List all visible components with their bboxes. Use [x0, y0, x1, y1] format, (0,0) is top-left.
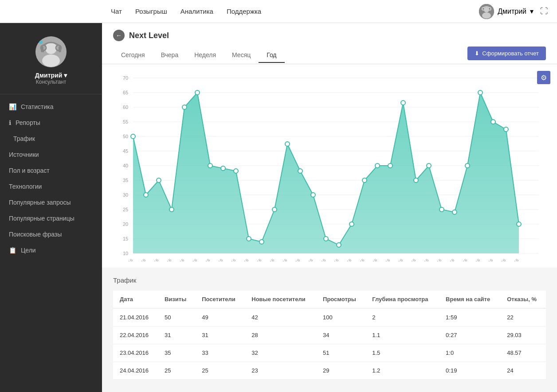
main-layout: Дмитрий ▾ Консультант 📊 Статистика ℹ Реп…: [0, 23, 557, 392]
svg-text:20: 20: [123, 221, 128, 227]
table-cell-3-2: 25: [195, 362, 245, 380]
table-cell-0-4: 100: [316, 308, 365, 326]
sidebar-item-reports[interactable]: ℹ Репорты: [0, 115, 102, 131]
table-cell-1-5: 1.1: [365, 326, 439, 344]
expand-icon[interactable]: ⛶: [540, 7, 548, 16]
sidebar-item-technologies[interactable]: Технологии: [0, 179, 102, 194]
svg-point-64: [439, 207, 444, 212]
nav-chat[interactable]: Чат: [111, 8, 122, 15]
svg-point-54: [311, 193, 315, 197]
nav-links: Чат Розыгрыш Аналитика Поддержка: [111, 8, 261, 15]
table-cell-2-2: 33: [195, 344, 245, 362]
table-row: 23.04.2016353332511.51:048.57: [113, 344, 546, 362]
svg-point-66: [465, 163, 470, 168]
svg-point-42: [157, 178, 161, 182]
svg-point-2: [482, 12, 491, 19]
chart-svg: 70 65 60 55 50 45 40 35 30 25 20 15 10: [113, 71, 543, 261]
col-header-visits: Визиты: [158, 291, 195, 308]
sidebar-item-search-phrases[interactable]: Поисковые фразы: [0, 226, 102, 242]
download-icon: ⬇: [475, 50, 479, 57]
table-cell-0-0: 21.04.2016: [113, 308, 158, 326]
sidebar-label-statistics: Статистика: [21, 103, 54, 110]
title-row: ← Next Level: [113, 30, 546, 41]
nav-analytics[interactable]: Аналитика: [180, 8, 213, 15]
page-title: Next Level: [129, 31, 169, 40]
sidebar: Дмитрий ▾ Консультант 📊 Статистика ℹ Реп…: [0, 23, 102, 392]
table-cell-0-5: 2: [365, 308, 439, 326]
table-cell-3-5: 1.2: [365, 362, 439, 380]
table-section: Трафик Дата Визиты Посетители Новые посе…: [102, 268, 557, 388]
chart-container: ⚙ 70 65 60 55 50 45 40 35 30 25 20 15 10: [102, 64, 557, 268]
col-header-date: Дата: [113, 291, 158, 308]
svg-text:21.04.2016: 21.04.2016: [116, 258, 133, 261]
svg-text:50: 50: [123, 134, 128, 139]
report-button[interactable]: ⬇ Сформировать отчет: [467, 47, 546, 60]
col-header-bounces: Отказы, %: [500, 291, 546, 308]
table-title: Трафик: [113, 276, 546, 284]
sidebar-username[interactable]: Дмитрий ▾: [35, 72, 67, 79]
svg-rect-11: [59, 46, 61, 52]
sidebar-item-statistics[interactable]: 📊 Статистика: [0, 99, 102, 115]
svg-point-55: [324, 237, 328, 241]
svg-text:30: 30: [123, 192, 128, 198]
table-cell-3-3: 23: [245, 362, 316, 380]
col-header-visitors: Посетители: [195, 291, 245, 308]
back-button[interactable]: ←: [113, 30, 125, 41]
svg-point-59: [375, 163, 380, 168]
sidebar-item-popular-queries[interactable]: Популярные запросы: [0, 194, 102, 210]
table-cell-3-7: 24: [500, 362, 546, 380]
table-cell-3-6: 0:19: [439, 362, 500, 380]
user-dropdown-arrow[interactable]: ▾: [530, 7, 533, 16]
goals-icon: 📋: [9, 247, 16, 254]
tab-today[interactable]: Сегодня: [113, 48, 153, 63]
user-info[interactable]: Дмитрий ▾: [479, 4, 533, 19]
svg-point-62: [414, 178, 418, 182]
sidebar-label-sources: Источники: [9, 151, 39, 158]
svg-point-44: [182, 105, 187, 109]
table-header-row: Дата Визиты Посетители Новые посетители …: [113, 291, 546, 308]
tab-year[interactable]: Год: [259, 48, 284, 63]
col-header-pageviews: Просмотры: [316, 291, 365, 308]
col-header-depth: Глубина просмотра: [365, 291, 439, 308]
table-cell-2-7: 48.57: [500, 344, 546, 362]
table-cell-1-1: 31: [158, 326, 195, 344]
chart-settings-button[interactable]: ⚙: [537, 71, 550, 84]
table-cell-2-5: 1.5: [365, 344, 439, 362]
chart-svg-wrapper: 70 65 60 55 50 45 40 35 30 25 20 15 10: [113, 71, 546, 263]
content-tabs: Сегодня Вчера Неделя Месяц Год: [113, 48, 285, 63]
svg-point-12: [39, 40, 43, 44]
svg-point-50: [259, 240, 264, 244]
svg-text:60: 60: [123, 105, 128, 110]
statistics-icon: 📊: [9, 103, 16, 110]
tab-week[interactable]: Неделя: [186, 48, 224, 63]
table-cell-1-6: 0:27: [439, 326, 500, 344]
table-cell-1-0: 22.04.2016: [113, 326, 158, 344]
nav-support[interactable]: Поддержка: [227, 8, 261, 15]
nav-user-section: Дмитрий ▾ ⛶: [479, 4, 548, 19]
svg-marker-39: [133, 93, 519, 253]
svg-text:35: 35: [123, 178, 128, 183]
report-btn-label: Сформировать отчет: [482, 50, 539, 57]
reports-icon: ℹ: [9, 119, 11, 126]
sidebar-item-sources[interactable]: Источники: [0, 147, 102, 163]
svg-point-49: [247, 237, 251, 241]
sidebar-item-gender-age[interactable]: Пол и возраст: [0, 163, 102, 179]
tab-month[interactable]: Месяц: [224, 48, 259, 63]
svg-point-46: [208, 163, 212, 168]
tab-yesterday[interactable]: Вчера: [153, 48, 187, 63]
col-header-new-visitors: Новые посетители: [245, 291, 316, 308]
sidebar-label-traffic: Трафик: [13, 135, 35, 142]
sidebar-item-popular-pages[interactable]: Популярные страницы: [0, 210, 102, 226]
table-cell-2-4: 51: [316, 344, 365, 362]
sidebar-label-goals: Цели: [21, 247, 36, 254]
sidebar-label-technologies: Технологии: [9, 183, 42, 190]
nav-raffle[interactable]: Розыгрыш: [135, 8, 167, 15]
table-row: 22.04.2016313128341.10:2729.03: [113, 326, 546, 344]
svg-text:15: 15: [123, 236, 128, 241]
svg-point-52: [285, 142, 290, 146]
svg-point-6: [45, 43, 57, 54]
sidebar-label-popular-pages: Популярные страницы: [9, 215, 75, 222]
svg-point-51: [272, 207, 277, 212]
sidebar-item-traffic[interactable]: Трафик: [0, 131, 102, 147]
sidebar-item-goals[interactable]: 📋 Цели: [0, 242, 102, 258]
